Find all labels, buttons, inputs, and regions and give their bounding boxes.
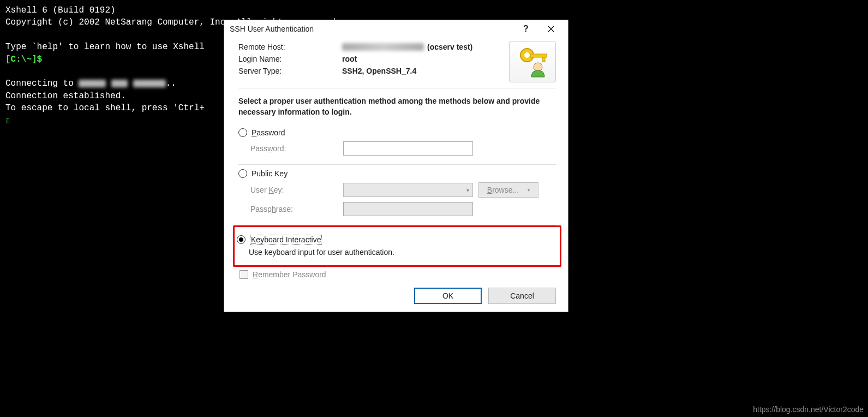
publickey-radio-label: Public Key	[252, 169, 288, 178]
svg-rect-5	[542, 57, 545, 62]
password-field-label: Password:	[250, 144, 338, 153]
shell-prompt[interactable]: [C:\~]$	[5, 55, 42, 64]
dialog-titlebar[interactable]: SSH User Authentication ?	[224, 20, 568, 38]
cursor-icon: ▯	[5, 116, 11, 126]
help-button[interactable]: ?	[513, 21, 538, 37]
keyboard-description: Use keyboard input for user authenticati…	[237, 245, 558, 257]
term-line: Connecting to	[5, 79, 79, 88]
radio-icon	[237, 235, 246, 244]
redacted-host	[342, 43, 424, 51]
term-line: Xshell 6 (Build 0192)	[5, 5, 116, 15]
dialog-title: SSH User Authentication	[230, 25, 513, 33]
chevron-down-icon: ▾	[466, 187, 469, 193]
keyboard-interactive-section: Keyboard Interactive Use keyboard input …	[233, 225, 561, 267]
term-line: Type `help' to learn how to use Xshell	[5, 42, 205, 52]
ok-button[interactable]: OK	[414, 288, 482, 304]
watermark: https://blog.csdn.net/Victor2code	[753, 405, 864, 414]
remember-password-checkbox: Remember Password	[240, 270, 556, 279]
instruction-text: Select a proper user authentication meth…	[238, 96, 556, 117]
browse-button: Browse... ▾	[478, 182, 538, 198]
password-radio-label: Password	[252, 128, 285, 137]
publickey-section: Public Key User Key: ▾ Browse... ▾ Passp…	[238, 165, 556, 225]
password-radio[interactable]: Password	[238, 128, 556, 137]
close-icon	[548, 26, 554, 32]
redacted-ip	[79, 80, 106, 87]
svg-point-3	[524, 52, 530, 58]
connection-info: Remote Host: (ocserv test) Login Name: r…	[238, 41, 556, 88]
ssh-auth-dialog: SSH User Authentication ? Remote Host: (…	[224, 20, 568, 312]
redacted-ip	[133, 80, 166, 87]
remote-host-label: Remote Host:	[238, 43, 342, 51]
checkbox-icon	[240, 270, 248, 279]
password-input	[343, 141, 473, 156]
login-name-value: root	[342, 55, 357, 63]
cancel-button[interactable]: Cancel	[488, 288, 556, 304]
svg-rect-4	[530, 54, 547, 57]
key-user-icon	[509, 41, 556, 82]
remember-password-label: Remember Password	[253, 270, 326, 279]
dialog-buttons: OK Cancel	[238, 288, 556, 304]
radio-icon	[238, 169, 247, 178]
password-section: Password Password:	[238, 124, 556, 165]
publickey-radio[interactable]: Public Key	[238, 169, 556, 178]
passphrase-input	[343, 202, 473, 216]
dialog-body: Remote Host: (ocserv test) Login Name: r…	[224, 38, 568, 312]
redacted-ip	[111, 80, 128, 87]
keyboard-radio-label: Keyboard Interactive	[250, 235, 322, 245]
userkey-label: User Key:	[250, 186, 338, 194]
login-name-label: Login Name:	[238, 55, 342, 63]
remote-host-value: (ocserv test)	[342, 43, 472, 51]
server-type-value: SSH2, OpenSSH_7.4	[342, 67, 416, 75]
server-type-label: Server Type:	[238, 67, 342, 75]
term-line: To escape to local shell, press 'Ctrl+	[5, 103, 205, 113]
passphrase-label: Passphrase:	[250, 205, 338, 213]
term-line: Connection established.	[5, 91, 126, 101]
keyboard-interactive-radio[interactable]: Keyboard Interactive	[237, 235, 558, 245]
userkey-select: ▾	[343, 183, 473, 197]
close-button[interactable]	[538, 21, 564, 37]
radio-icon	[238, 128, 247, 137]
dropdown-indicator-icon: ▾	[528, 188, 530, 193]
